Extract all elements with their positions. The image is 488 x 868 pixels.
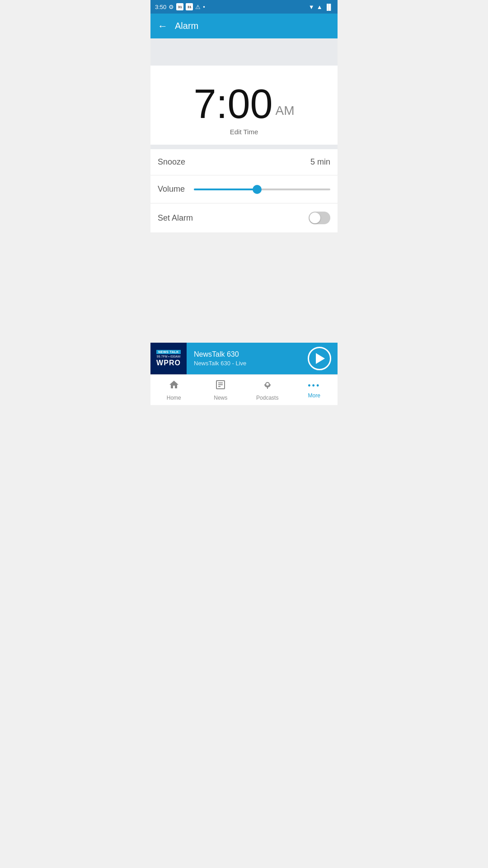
- volume-label: Volume: [158, 184, 185, 194]
- calendar1-icon: 31: [176, 3, 183, 10]
- home-icon: [169, 379, 179, 393]
- play-icon: [316, 353, 325, 364]
- volume-slider-thumb[interactable]: [253, 185, 262, 194]
- snooze-value: 5 min: [310, 157, 330, 167]
- now-playing-bar[interactable]: NEWS TALK 99.7FM • 630AM WPRO NewsTalk 6…: [150, 343, 338, 374]
- station-badge: NEWS TALK: [156, 350, 181, 354]
- calendar2-icon: 31: [186, 3, 193, 10]
- station-logo: NEWS TALK 99.7FM • 630AM WPRO: [150, 343, 187, 374]
- status-bar: 3:50 ⚙ 31 31 ⚠ • ▼ ▲ ▐▌: [150, 0, 338, 14]
- nav-label-podcasts: Podcasts: [256, 395, 278, 401]
- station-call: WPRO: [156, 359, 181, 367]
- top-spacer: [150, 38, 338, 66]
- signal-icon: ▲: [317, 4, 323, 10]
- warning-icon: ⚠: [195, 4, 201, 10]
- news-icon: [215, 379, 226, 393]
- nav-item-home[interactable]: Home: [150, 375, 197, 405]
- content-body: 7:00 AM Edit Time Snooze 5 min Volume: [150, 38, 338, 405]
- set-alarm-label: Set Alarm: [158, 213, 193, 223]
- play-button[interactable]: [308, 347, 331, 370]
- section-divider-1: [150, 145, 338, 149]
- header-title: Alarm: [175, 21, 198, 31]
- station-logo-inner: NEWS TALK 99.7FM • 630AM WPRO: [156, 350, 181, 367]
- settings-icon: ⚙: [169, 4, 174, 10]
- svg-point-4: [266, 382, 269, 386]
- status-right: ▼ ▲ ▐▌: [309, 4, 333, 10]
- status-left: 3:50 ⚙ 31 31 ⚠ •: [155, 3, 205, 10]
- time-section: 7:00 AM Edit Time: [150, 66, 338, 145]
- battery-icon: ▐▌: [325, 4, 333, 10]
- snooze-row[interactable]: Snooze 5 min: [150, 149, 338, 175]
- nav-item-news[interactable]: News: [197, 375, 244, 405]
- volume-slider-track[interactable]: [194, 189, 330, 190]
- now-playing-subtitle: NewsTalk 630 - Live: [194, 360, 300, 367]
- more-icon: •••: [308, 381, 320, 391]
- header: ← Alarm: [150, 14, 338, 38]
- set-alarm-toggle[interactable]: [309, 212, 330, 224]
- volume-row[interactable]: Volume: [150, 175, 338, 203]
- nav-item-podcasts[interactable]: Podcasts: [244, 375, 291, 405]
- settings-section: Snooze 5 min Volume Set Alarm: [150, 149, 338, 232]
- time-display: 7:00 AM: [193, 84, 294, 124]
- now-playing-info: NewsTalk 630 NewsTalk 630 - Live: [187, 350, 308, 367]
- station-freq: 99.7FM • 630AM: [157, 355, 180, 358]
- edit-time-label[interactable]: Edit Time: [230, 128, 258, 136]
- now-playing-title: NewsTalk 630: [194, 350, 300, 359]
- back-button[interactable]: ←: [158, 20, 168, 32]
- main-content: 7:00 AM Edit Time Snooze 5 min Volume: [150, 38, 338, 405]
- status-time: 3:50: [155, 4, 166, 10]
- alarm-time[interactable]: 7:00: [193, 84, 272, 124]
- nav-label-news: News: [214, 395, 227, 401]
- bottom-nav: Home News Podcasts ••• More: [150, 374, 338, 405]
- volume-slider-container[interactable]: [194, 189, 330, 190]
- snooze-label: Snooze: [158, 157, 185, 167]
- volume-slider-fill: [194, 189, 255, 190]
- dot-icon: •: [203, 4, 205, 10]
- alarm-ampm: AM: [276, 104, 295, 118]
- set-alarm-row[interactable]: Set Alarm: [150, 203, 338, 232]
- nav-label-more: More: [308, 392, 320, 399]
- gray-bottom: [150, 232, 338, 343]
- wifi-icon: ▼: [309, 4, 314, 10]
- nav-label-home: Home: [167, 395, 181, 401]
- nav-item-more[interactable]: ••• More: [291, 375, 338, 405]
- toggle-thumb: [310, 212, 320, 223]
- podcasts-icon: [262, 379, 273, 393]
